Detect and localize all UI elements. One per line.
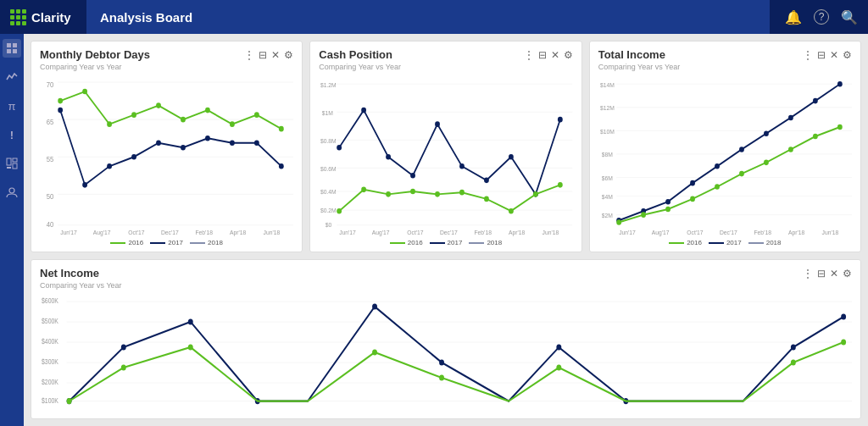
svg-text:Apr'18: Apr'18 [788, 228, 804, 236]
settings-icon[interactable]: ⚙ [843, 49, 852, 61]
sidebar-item-formula[interactable]: π [3, 97, 21, 115]
svg-point-121 [690, 196, 695, 202]
chart-subtitle: Comparing Year vs Year [40, 281, 852, 290]
svg-point-154 [439, 374, 444, 380]
legend-2016: 2016 [390, 239, 423, 246]
svg-point-79 [387, 191, 392, 197]
svg-point-144 [372, 303, 377, 309]
svg-point-45 [279, 163, 284, 169]
chart-subtitle: Comparing Year vs Year [40, 63, 293, 71]
svg-text:Oct'17: Oct'17 [408, 228, 424, 236]
sidebar-item-analytics[interactable] [3, 68, 21, 86]
search-icon[interactable]: 🔍 [841, 9, 858, 25]
legend-2018: 2018 [190, 239, 223, 246]
svg-text:$6M: $6M [602, 174, 613, 182]
legend-2018: 2018 [469, 239, 502, 246]
svg-text:$600K: $600K [42, 297, 59, 306]
svg-text:$0.4M: $0.4M [320, 188, 337, 196]
svg-text:$8M: $8M [602, 151, 613, 159]
bell-icon[interactable]: 🔔 [785, 9, 802, 25]
svg-text:65: 65 [47, 117, 54, 126]
more-icon[interactable]: ⋮ [803, 268, 813, 279]
svg-text:55: 55 [47, 154, 54, 163]
svg-rect-7 [7, 167, 11, 169]
chart-area: 70 65 55 50 40 Jun'17 Aug'17 Oct'17 Dec'… [40, 73, 293, 236]
svg-point-86 [558, 182, 563, 188]
svg-text:Jun'17: Jun'17 [339, 228, 356, 236]
svg-point-44 [254, 140, 259, 146]
svg-text:Jun'17: Jun'17 [60, 228, 77, 236]
more-icon[interactable]: ⋮ [803, 49, 813, 61]
svg-point-111 [690, 180, 695, 186]
close-icon[interactable]: ✕ [551, 49, 559, 61]
svg-point-125 [788, 147, 793, 152]
print-icon[interactable]: ⊟ [817, 268, 826, 279]
legend-2016: 2016 [110, 239, 143, 246]
svg-text:70: 70 [47, 80, 54, 89]
print-icon[interactable]: ⊟ [259, 49, 267, 61]
sidebar-item-dashboard[interactable] [3, 154, 21, 173]
svg-point-67 [337, 145, 342, 151]
svg-text:$10M: $10M [600, 127, 615, 136]
svg-point-145 [439, 359, 444, 365]
svg-point-40 [156, 140, 161, 146]
page-title-area: Analysis Board [86, 0, 770, 34]
svg-point-124 [764, 160, 769, 166]
chart-header: Total Income ⋮ ⊟ ✕ ⚙ [598, 48, 852, 61]
svg-point-35 [279, 126, 284, 132]
svg-text:Aug'17: Aug'17 [651, 228, 669, 236]
sidebar-item-grid[interactable] [3, 39, 21, 58]
svg-text:Aug'17: Aug'17 [93, 228, 111, 236]
svg-point-141 [121, 344, 126, 350]
svg-text:$12M: $12M [600, 104, 615, 113]
svg-point-148 [791, 344, 796, 350]
top-icons: 🔔 ? 🔍 [785, 9, 858, 25]
more-icon[interactable]: ⋮ [244, 49, 254, 61]
print-icon[interactable]: ⊟ [817, 49, 826, 61]
legend-2016: 2016 [669, 239, 702, 246]
svg-text:$0.6M: $0.6M [320, 164, 337, 173]
svg-point-43 [230, 140, 235, 146]
settings-icon[interactable]: ⚙ [843, 268, 852, 279]
monthly-debtor-days-title: Monthly Debtor Days [40, 48, 150, 61]
svg-rect-5 [13, 158, 17, 162]
top-row: Monthly Debtor Days ⋮ ⊟ ✕ ⚙ Comparing Ye… [31, 41, 861, 252]
svg-point-29 [131, 112, 136, 118]
svg-point-8 [9, 188, 14, 193]
svg-text:$1M: $1M [322, 108, 333, 117]
svg-point-156 [791, 359, 796, 365]
svg-text:$2M: $2M [602, 211, 613, 219]
close-icon[interactable]: ✕ [830, 49, 838, 61]
svg-point-84 [509, 208, 514, 214]
sidebar: π ! [0, 34, 24, 426]
svg-point-33 [230, 121, 235, 127]
svg-point-27 [82, 89, 87, 95]
svg-text:Jun'18: Jun'18 [542, 228, 559, 236]
more-icon[interactable]: ⋮ [524, 49, 534, 61]
settings-icon[interactable]: ⚙ [564, 49, 573, 61]
legend-2017: 2017 [709, 239, 742, 246]
help-icon[interactable]: ? [814, 9, 829, 25]
chart-subtitle: Comparing Year vs Year [319, 63, 572, 71]
sidebar-item-user[interactable] [3, 183, 21, 202]
settings-icon[interactable]: ⚙ [284, 49, 293, 61]
svg-point-80 [410, 189, 415, 195]
svg-text:$14M: $14M [600, 80, 615, 89]
svg-text:Aug'17: Aug'17 [372, 228, 390, 236]
svg-text:$100K: $100K [42, 396, 59, 405]
logo-area: Clarity [10, 9, 78, 25]
svg-text:Feb'18: Feb'18 [754, 228, 771, 236]
svg-rect-1 [13, 43, 17, 47]
total-income-card: Total Income ⋮ ⊟ ✕ ⚙ Comparing Year vs Y… [589, 41, 861, 252]
page-title: Analysis Board [100, 10, 192, 25]
close-icon[interactable]: ✕ [271, 49, 280, 61]
svg-text:$0.8M: $0.8M [320, 136, 337, 145]
close-icon[interactable]: ✕ [830, 268, 838, 279]
svg-point-116 [813, 98, 818, 104]
svg-point-151 [121, 364, 126, 370]
print-icon[interactable]: ⊟ [538, 49, 547, 61]
chart-header: Cash Position ⋮ ⊟ ✕ ⚙ [319, 48, 572, 61]
svg-point-69 [387, 154, 392, 160]
svg-point-71 [435, 121, 440, 127]
sidebar-item-alert[interactable]: ! [3, 125, 21, 144]
